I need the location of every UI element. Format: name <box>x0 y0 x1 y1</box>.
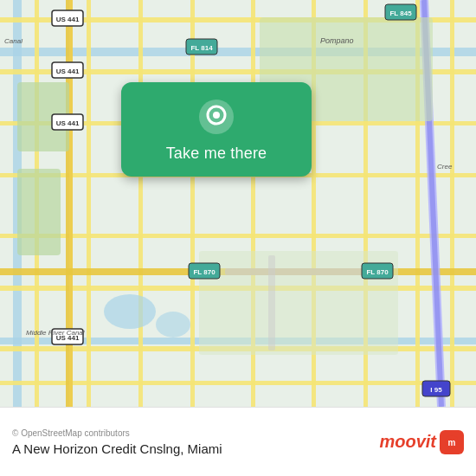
svg-rect-15 <box>190 0 195 407</box>
svg-rect-30 <box>225 268 363 275</box>
svg-text:US 441: US 441 <box>56 119 80 127</box>
location-name: A New Horizon Credit Cnslng, Miami <box>12 441 222 456</box>
location-pin-icon <box>197 98 235 136</box>
svg-rect-20 <box>450 0 454 407</box>
moovit-logo: moovit m <box>379 430 464 454</box>
svg-point-51 <box>104 294 156 329</box>
svg-text:FL 845: FL 845 <box>389 10 412 17</box>
svg-point-52 <box>156 312 190 338</box>
bottom-bar: © OpenStreetMap contributors A New Horiz… <box>0 407 476 476</box>
moovit-brand-text: moovit <box>379 432 436 452</box>
map-view: US 441 US 441 US 441 US 441 FL 814 FL 84… <box>0 0 476 407</box>
location-card: Take me there <box>121 82 312 177</box>
svg-text:I 95: I 95 <box>430 386 442 394</box>
location-info: © OpenStreetMap contributors A New Horiz… <box>12 428 222 456</box>
svg-rect-27 <box>17 169 61 255</box>
take-me-there-button[interactable]: Take me there <box>166 145 267 163</box>
moovit-icon: m <box>440 430 464 454</box>
svg-text:Cree: Cree <box>437 163 453 170</box>
svg-text:FL 814: FL 814 <box>190 44 213 52</box>
svg-point-58 <box>213 112 220 119</box>
svg-text:US 441: US 441 <box>56 16 80 23</box>
svg-text:US 441: US 441 <box>56 68 80 75</box>
svg-rect-31 <box>268 255 275 351</box>
svg-text:Pompano: Pompano <box>320 36 354 45</box>
map-attribution: © OpenStreetMap contributors <box>12 428 222 438</box>
svg-text:m: m <box>448 438 456 447</box>
svg-text:Canal: Canal <box>4 37 23 45</box>
svg-rect-13 <box>87 0 91 407</box>
svg-rect-14 <box>138 0 143 407</box>
svg-text:Middle River Canal: Middle River Canal <box>26 329 85 337</box>
svg-text:FL 870: FL 870 <box>193 268 215 276</box>
svg-text:FL 870: FL 870 <box>366 268 389 276</box>
